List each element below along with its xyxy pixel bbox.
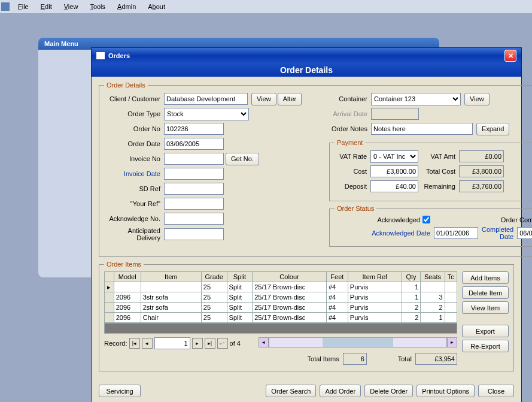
vat-rate-select[interactable]: 0 - VAT Inc: [370, 150, 418, 163]
nav-next-icon[interactable]: ▸: [192, 338, 203, 349]
cell-feet[interactable]: #4: [326, 303, 348, 313]
cell-item[interactable]: 3str sofa: [141, 292, 201, 303]
export-button[interactable]: Export: [462, 325, 509, 337]
col-itemref[interactable]: Item Ref: [348, 272, 402, 282]
col-grade[interactable]: Grade: [201, 272, 227, 282]
cell-model[interactable]: 2096: [114, 303, 141, 313]
order-date-field[interactable]: [164, 138, 224, 150]
servicing-button[interactable]: Servicing: [99, 385, 141, 397]
order-search-button[interactable]: Order Search: [266, 385, 316, 397]
view-item-button[interactable]: View Item: [462, 301, 509, 314]
cell-tc[interactable]: [445, 313, 457, 323]
client-view-button[interactable]: View: [251, 93, 276, 105]
cell-seats[interactable]: 1: [421, 313, 445, 323]
cell-model[interactable]: 2096: [114, 292, 141, 303]
col-qty[interactable]: Qty: [402, 272, 420, 282]
scroll-left-icon[interactable]: ◂: [259, 337, 269, 347]
col-split[interactable]: Split: [227, 272, 253, 282]
ack-date-field[interactable]: [434, 227, 478, 239]
table-row[interactable]: 20962str sofa25Split25/17 Brown-disc#4Pu…: [105, 303, 457, 313]
cell-tc[interactable]: [445, 303, 457, 313]
cell-grade[interactable]: 25: [201, 282, 227, 292]
comp-date-field[interactable]: [517, 227, 532, 239]
row-selector[interactable]: ▸: [105, 282, 114, 292]
invoice-no-field[interactable]: [164, 153, 224, 165]
cell-ref[interactable]: Purvis: [348, 282, 402, 292]
cell-colour[interactable]: 25/17 Brown-disc: [253, 282, 327, 292]
cell-grade[interactable]: 25: [201, 303, 227, 313]
row-selector[interactable]: [105, 313, 114, 323]
cell-feet[interactable]: #4: [326, 313, 348, 323]
menu-tools[interactable]: Tools: [84, 2, 111, 11]
add-order-button[interactable]: Add Order: [320, 385, 361, 397]
cell-tc[interactable]: [445, 292, 457, 303]
cell-ref[interactable]: Purvis: [348, 303, 402, 313]
cell-split[interactable]: Split: [227, 313, 253, 323]
cell-tc[interactable]: [445, 282, 457, 292]
menu-about[interactable]: About: [142, 2, 171, 11]
cell-seats[interactable]: [421, 282, 445, 292]
cell-item[interactable]: Chair: [141, 313, 201, 323]
acknowledged-checkbox[interactable]: [422, 216, 430, 223]
col-feet[interactable]: Feet: [326, 272, 348, 282]
col-item[interactable]: Item: [141, 272, 201, 282]
get-no-button[interactable]: Get No.: [226, 153, 259, 165]
col-tc[interactable]: Tc: [445, 272, 457, 282]
table-row[interactable]: 2096Chair25Split25/17 Brown-disc#4Purvis…: [105, 313, 457, 323]
menu-view[interactable]: View: [58, 2, 84, 11]
container-select[interactable]: Container 123: [371, 93, 461, 105]
invoice-date-field[interactable]: [164, 168, 224, 180]
table-row[interactable]: 20963str sofa25Split25/17 Brown-disc#4Pu…: [105, 292, 457, 303]
order-type-select[interactable]: Stock: [164, 108, 249, 120]
cell-grade[interactable]: 25: [201, 292, 227, 303]
sd-ref-field[interactable]: [164, 183, 224, 195]
cell-item[interactable]: 2str sofa: [141, 303, 201, 313]
cell-qty[interactable]: 2: [402, 303, 420, 313]
cell-split[interactable]: Split: [227, 303, 253, 313]
cell-colour[interactable]: 25/17 Brown-disc: [253, 313, 327, 323]
table-row[interactable]: ▸25Split25/17 Brown-disc#4Purvis1: [105, 282, 457, 292]
close-icon[interactable]: ✕: [504, 50, 516, 62]
client-field[interactable]: [164, 93, 248, 105]
cell-seats[interactable]: 2: [421, 303, 445, 313]
order-no-field[interactable]: [164, 123, 224, 135]
delete-item-button[interactable]: Delete Item: [462, 286, 509, 299]
cell-colour[interactable]: 25/17 Brown-disc: [253, 303, 327, 313]
row-selector[interactable]: [105, 292, 114, 303]
col-colour[interactable]: Colour: [253, 272, 327, 282]
cell-colour[interactable]: 25/17 Brown-disc: [253, 292, 327, 303]
menu-edit[interactable]: Edit: [35, 2, 58, 11]
menu-file[interactable]: File: [12, 2, 35, 11]
items-table[interactable]: Model Item Grade Split Colour Feet Item …: [104, 271, 457, 323]
cell-model[interactable]: 2096: [114, 313, 141, 323]
your-ref-field[interactable]: [164, 198, 224, 210]
scroll-thumb[interactable]: [323, 338, 393, 347]
reexport-button[interactable]: Re-Export: [462, 340, 509, 352]
cost-field[interactable]: [370, 165, 418, 177]
expand-button[interactable]: Expand: [476, 123, 509, 135]
nav-prev-icon[interactable]: ◂: [142, 338, 153, 349]
cell-qty[interactable]: 2: [402, 313, 420, 323]
client-alter-button[interactable]: Alter: [278, 93, 302, 105]
add-items-button[interactable]: Add Items: [462, 271, 509, 284]
nav-first-icon[interactable]: |◂: [129, 338, 140, 349]
printout-options-button[interactable]: Printout Options: [417, 385, 475, 397]
ack-no-field[interactable]: [164, 213, 224, 225]
deposit-field[interactable]: [370, 180, 418, 192]
record-current[interactable]: [154, 337, 190, 349]
cell-item[interactable]: [141, 282, 201, 292]
scroll-track[interactable]: [269, 337, 447, 347]
cell-grade[interactable]: 25: [201, 313, 227, 323]
cell-feet[interactable]: #4: [326, 282, 348, 292]
menu-admin[interactable]: Admin: [111, 2, 142, 11]
cell-ref[interactable]: Purvis: [348, 292, 402, 303]
order-notes-field[interactable]: [371, 123, 473, 135]
nav-last-icon[interactable]: ▸|: [205, 338, 215, 349]
orders-titlebar[interactable]: Orders ✕: [92, 48, 521, 64]
cell-feet[interactable]: #4: [326, 292, 348, 303]
ant-deliv-field[interactable]: [164, 228, 224, 240]
cell-qty[interactable]: 1: [402, 282, 420, 292]
cell-split[interactable]: Split: [227, 282, 253, 292]
cell-qty[interactable]: 1: [402, 292, 420, 303]
horizontal-scrollbar[interactable]: ◂ ▸: [259, 337, 457, 347]
